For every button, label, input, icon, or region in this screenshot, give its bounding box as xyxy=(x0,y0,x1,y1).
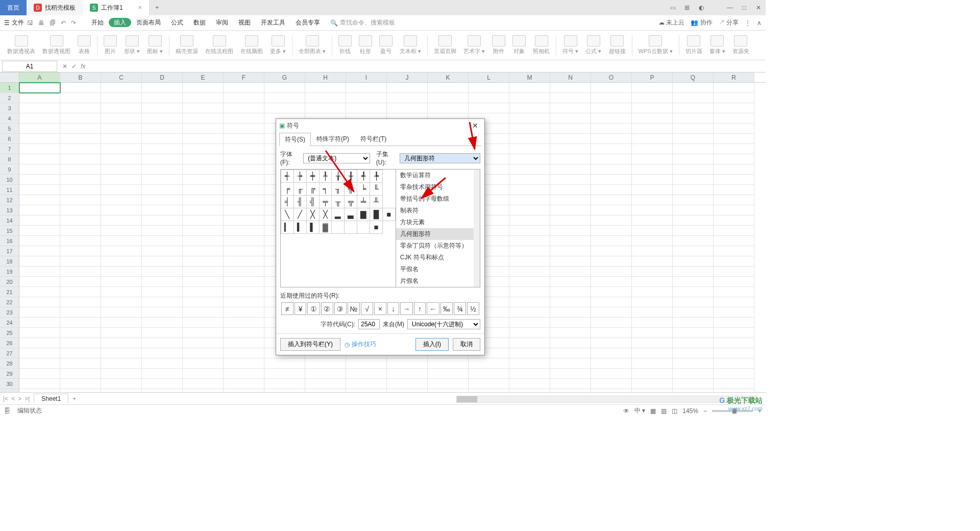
cell[interactable] xyxy=(632,338,673,348)
insert-button[interactable]: 插入(I) xyxy=(415,338,449,351)
cell[interactable] xyxy=(60,358,101,369)
symbol-cell[interactable] xyxy=(357,221,370,234)
cell[interactable] xyxy=(509,358,550,369)
cell[interactable] xyxy=(509,369,550,379)
cell[interactable] xyxy=(673,124,714,134)
cell[interactable] xyxy=(183,277,224,287)
ribbon-照相机[interactable]: 照相机 xyxy=(530,35,553,55)
cell[interactable] xyxy=(509,338,550,348)
cell[interactable] xyxy=(224,134,264,144)
col-G[interactable]: G xyxy=(264,73,305,82)
symbol-cell[interactable]: ▇ xyxy=(357,208,370,221)
col-D[interactable]: D xyxy=(142,73,183,82)
cell[interactable] xyxy=(142,205,183,215)
cell[interactable] xyxy=(714,103,754,113)
col-M[interactable]: M xyxy=(509,73,550,82)
cell[interactable] xyxy=(673,144,714,154)
cell[interactable] xyxy=(714,93,754,103)
cell[interactable] xyxy=(714,175,754,185)
undo-icon[interactable]: ↶ xyxy=(61,19,66,27)
cell[interactable] xyxy=(550,297,591,307)
cell[interactable] xyxy=(387,358,428,369)
cell[interactable] xyxy=(60,164,101,175)
cell[interactable] xyxy=(19,307,60,318)
row-21[interactable]: 21 xyxy=(0,287,19,297)
cell[interactable] xyxy=(60,83,101,93)
col-F[interactable]: F xyxy=(224,73,264,82)
dlg-tab-0[interactable]: 符号(S) xyxy=(279,133,311,146)
symbol-cell[interactable]: ■ xyxy=(382,208,395,221)
ribbon-窗体[interactable]: 窗体 ▾ xyxy=(706,35,728,55)
font-select[interactable]: (普通文本) xyxy=(303,153,370,163)
cell[interactable] xyxy=(428,93,469,103)
cell[interactable] xyxy=(346,369,387,379)
cell[interactable] xyxy=(509,124,550,134)
col-C[interactable]: C xyxy=(101,73,142,82)
cell[interactable] xyxy=(673,358,714,369)
cell[interactable] xyxy=(509,144,550,154)
cell[interactable] xyxy=(714,205,754,215)
cell[interactable] xyxy=(550,103,591,113)
cell[interactable] xyxy=(591,134,632,144)
cell[interactable] xyxy=(550,154,591,164)
row-4[interactable]: 4 xyxy=(0,113,19,124)
cell[interactable] xyxy=(550,113,591,124)
row-27[interactable]: 27 xyxy=(0,348,19,358)
cell[interactable] xyxy=(264,358,305,369)
ribbon-折线[interactable]: 折线 xyxy=(335,35,355,55)
dropdown-scrollbar[interactable] xyxy=(474,170,480,287)
cell[interactable] xyxy=(60,134,101,144)
cell[interactable] xyxy=(632,369,673,379)
cell[interactable] xyxy=(60,205,101,215)
cell[interactable] xyxy=(632,318,673,328)
cell[interactable] xyxy=(142,267,183,277)
cell[interactable] xyxy=(19,328,60,338)
cell[interactable] xyxy=(60,175,101,185)
add-sheet[interactable]: + xyxy=(72,395,76,402)
cell[interactable] xyxy=(142,93,183,103)
cell[interactable] xyxy=(19,236,60,246)
cell[interactable] xyxy=(387,379,428,389)
cell[interactable] xyxy=(224,195,264,205)
cell[interactable] xyxy=(183,226,224,236)
cell[interactable] xyxy=(305,83,346,93)
cell[interactable] xyxy=(101,287,142,297)
cell[interactable] xyxy=(550,358,591,369)
tab-home[interactable]: 首页 xyxy=(0,0,27,15)
cell[interactable] xyxy=(632,164,673,175)
cell[interactable] xyxy=(60,236,101,246)
cell[interactable] xyxy=(19,358,60,369)
cell[interactable] xyxy=(224,348,264,358)
subset-option[interactable]: 方块元素 xyxy=(396,216,480,228)
ribbon-WPS云数据[interactable]: WPS云数据 ▾ xyxy=(635,35,676,55)
cell[interactable] xyxy=(673,164,714,175)
cell[interactable] xyxy=(591,93,632,103)
cell[interactable] xyxy=(183,287,224,297)
cell[interactable] xyxy=(387,93,428,103)
cell[interactable] xyxy=(591,287,632,297)
cell[interactable] xyxy=(714,83,754,93)
symbol-cell[interactable]: ┽ xyxy=(281,170,294,183)
cell[interactable] xyxy=(632,297,673,307)
symbol-cell[interactable]: ╓ xyxy=(293,183,306,196)
cell[interactable] xyxy=(428,358,469,369)
cell[interactable] xyxy=(19,215,60,226)
cell[interactable] xyxy=(714,124,754,134)
cell[interactable] xyxy=(101,277,142,287)
cell[interactable] xyxy=(19,318,60,328)
cell[interactable] xyxy=(183,113,224,124)
ribbon-符号[interactable]: 符号 ▾ xyxy=(559,35,581,55)
subset-option[interactable]: 平假名 xyxy=(396,263,480,275)
row-6[interactable]: 6 xyxy=(0,134,19,144)
cell[interactable] xyxy=(591,328,632,338)
cell[interactable] xyxy=(183,348,224,358)
cell[interactable] xyxy=(60,287,101,297)
cell[interactable] xyxy=(591,215,632,226)
recent-symbol[interactable]: √ xyxy=(361,302,373,315)
subset-select[interactable]: 几何图形符 xyxy=(400,153,480,163)
cell[interactable] xyxy=(714,369,754,379)
col-P[interactable]: P xyxy=(632,73,673,82)
cell[interactable] xyxy=(591,113,632,124)
recent-symbol[interactable]: ③ xyxy=(334,302,347,315)
cell[interactable] xyxy=(19,93,60,103)
